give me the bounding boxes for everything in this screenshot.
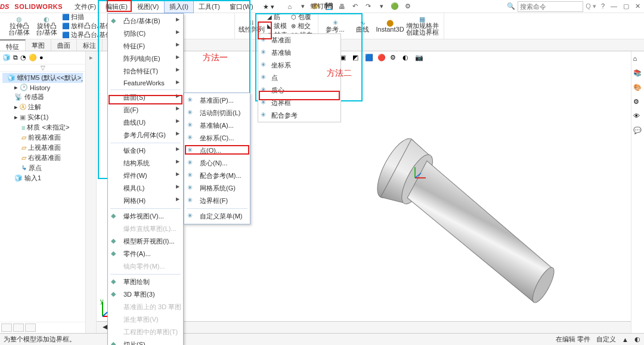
minimize-icon[interactable]: —: [611, 2, 617, 10]
tp-appearance-icon[interactable]: 🎨: [633, 84, 643, 93]
tree-top-plane[interactable]: ▱ 上视基准面: [2, 143, 83, 153]
tree-tab-display-icon[interactable]: ◔: [20, 54, 26, 61]
draft-button[interactable]: ◣ 拔模: [266, 22, 289, 30]
tab-surfaces[interactable]: 曲面: [51, 39, 77, 51]
menu-item[interactable]: 面(F): [108, 104, 183, 116]
menu-item[interactable]: ◆凸台/基体(B): [108, 15, 183, 27]
tree-history[interactable]: ▸ 🕑 History: [2, 83, 83, 92]
close-icon[interactable]: ✕: [635, 2, 640, 10]
boundary-button[interactable]: 🟦 边界凸台/基体: [61, 31, 113, 39]
tp-library-icon[interactable]: 📚: [633, 69, 643, 79]
tree-annotations[interactable]: ▸ Ⓐ 注解: [2, 102, 83, 112]
redo-icon[interactable]: ↷: [364, 2, 373, 11]
tree-material[interactable]: ≡ 材质 <未指定>: [2, 122, 83, 133]
menu-item[interactable]: 模具(L): [108, 182, 183, 195]
submenu-item[interactable]: ✳质心(N)...: [184, 157, 250, 170]
menu-item[interactable]: 扣合特征(T): [108, 65, 183, 78]
status-units-icon[interactable]: ◐: [634, 335, 640, 343]
menu-item[interactable]: 阵列/镜向(E): [108, 53, 183, 65]
menu-item[interactable]: ◆切片(S)...: [108, 338, 183, 345]
tree-tab-sensor-icon[interactable]: ●: [39, 54, 44, 61]
menu-item[interactable]: 曲线(U): [108, 116, 183, 129]
tp-view-icon[interactable]: 👁: [633, 112, 643, 122]
curves-button[interactable]: ∿曲线: [349, 14, 376, 38]
menu-item[interactable]: 网格(H): [108, 195, 183, 207]
rebuild-icon[interactable]: 🟢: [390, 2, 400, 11]
sweep-button[interactable]: 🟦 扫描: [61, 13, 113, 21]
submenu-item[interactable]: ✳活动剖切面(L): [184, 107, 250, 119]
menu-item[interactable]: FeatureWorks: [108, 78, 183, 88]
submenu-item[interactable]: ✳基准轴(A)...: [184, 119, 250, 132]
ref-geometry-submenu[interactable]: ✳基准面(P)...✳活动剖切面(L)✳基准轴(A)...✳坐标系(C)...✳…: [184, 93, 250, 224]
tree-root[interactable]: 🧊螺钉M5 (默认<<默认>_显示状态 1: [2, 73, 83, 83]
ref-panel-item[interactable]: ✳质心: [258, 84, 340, 97]
display-style-icon[interactable]: ▣: [340, 54, 351, 63]
submenu-item[interactable]: ✳坐标系(C)...: [184, 132, 250, 144]
menu-item[interactable]: ◆模型断开视图(I)...: [108, 235, 183, 248]
zebra-icon[interactable]: ◐: [402, 54, 413, 63]
undo-icon[interactable]: ↶: [351, 2, 360, 11]
tab-sketch[interactable]: 草图: [26, 39, 51, 51]
tree-tab-config-icon[interactable]: ⧉: [13, 54, 18, 61]
print-icon[interactable]: 🖶: [338, 2, 347, 11]
splitter[interactable]: ▸: [86, 51, 97, 333]
menu-insert[interactable]: 插入(I): [164, 0, 194, 13]
scroll-left-icon[interactable]: [1, 324, 12, 332]
add-spec-bbox-button[interactable]: ▦增加规格并 创建边界框: [404, 14, 440, 38]
submenu-item[interactable]: ✳网格系统(G): [184, 182, 250, 195]
menu-item[interactable]: 切除(C): [108, 27, 183, 40]
tree-solids[interactable]: ▸ ▣ 实体(1): [2, 112, 83, 122]
ref-panel-item[interactable]: ✳边界框: [258, 97, 340, 109]
search-input[interactable]: [518, 1, 583, 12]
tree-right-plane[interactable]: ▱ 右视基准面: [2, 153, 83, 163]
menu-tools[interactable]: 工具(T): [194, 0, 225, 13]
menu-item[interactable]: ◆草图绘制: [108, 276, 183, 288]
instant3d-button[interactable]: ⬤Instant3D: [377, 14, 403, 38]
menu-file[interactable]: 文件(F): [70, 0, 101, 13]
new-icon[interactable]: ▾: [298, 2, 308, 11]
tab-annotate[interactable]: 标注: [77, 39, 103, 51]
extrude-boss-button[interactable]: ◍拉伸凸 台/基体: [6, 14, 32, 38]
loft-button[interactable]: 🟦 放样凸台/基体: [61, 22, 113, 30]
intersect-button[interactable]: ⊗ 相交: [290, 22, 314, 30]
menu-item[interactable]: 参考几何体(G): [108, 129, 183, 141]
view-settings-icon[interactable]: ⚙: [390, 54, 401, 63]
tp-forum-icon[interactable]: 💬: [633, 127, 643, 136]
scene-icon[interactable]: 🟦: [365, 54, 376, 63]
rib-button[interactable]: ◢ 筋: [266, 13, 289, 21]
menu-item[interactable]: ◆3D 草图(3): [108, 288, 183, 301]
home-icon[interactable]: ⌂: [285, 2, 295, 11]
menu-item[interactable]: 焊件(W): [108, 170, 183, 182]
revolve-boss-button[interactable]: ◐旋转凸 台/基体: [33, 14, 60, 38]
select-icon[interactable]: ▾: [377, 2, 386, 11]
options-icon[interactable]: ⚙: [403, 2, 413, 11]
menu-item[interactable]: 曲面(S): [108, 91, 183, 104]
tp-custom-icon[interactable]: ⚙: [633, 98, 643, 107]
menu-item[interactable]: ◆零件(A)...: [108, 248, 183, 260]
status-mmgs-icon[interactable]: ▲: [622, 336, 628, 343]
insert-menu[interactable]: ◆凸台/基体(B)切除(C)特征(F)阵列/镜向(E)扣合特征(T)Featur…: [107, 13, 184, 345]
submenu-item[interactable]: ✳自定义菜单(M): [184, 210, 250, 223]
tree-import1[interactable]: 🧊 输入1: [2, 173, 83, 183]
menu-help[interactable]: ★ ▾: [258, 0, 279, 13]
appearance-icon[interactable]: 🔴: [377, 54, 388, 63]
wrap-button[interactable]: ⬡ 包覆: [290, 13, 314, 21]
menu-view[interactable]: 视图(V): [132, 0, 164, 13]
tp-home-icon[interactable]: ⌂: [633, 55, 643, 64]
submenu-item[interactable]: ✳边界框(F): [184, 195, 250, 207]
ref-panel-item[interactable]: ✳基准轴: [258, 47, 340, 59]
section-view-icon[interactable]: ◩: [352, 54, 363, 63]
scroll-handle[interactable]: [25, 324, 36, 332]
help-icon[interactable]: ?: [601, 2, 605, 10]
tab-features[interactable]: 特征: [0, 39, 26, 51]
tree-sensors[interactable]: 📡 传感器: [2, 92, 83, 102]
menu-edit[interactable]: 编辑(E): [101, 0, 132, 13]
scroll-right-icon[interactable]: [13, 324, 24, 332]
menu-item[interactable]: ◆爆炸视图(V)...: [108, 210, 183, 223]
menu-window[interactable]: 窗口(W): [225, 0, 258, 13]
ref-panel-item[interactable]: ✳配合参考: [258, 109, 340, 122]
menu-item[interactable]: 结构系统: [108, 157, 183, 170]
camera-icon[interactable]: 📷: [415, 54, 426, 63]
submenu-item[interactable]: ✳配合参考(M)...: [184, 170, 250, 182]
menu-item[interactable]: 钣金(H): [108, 144, 183, 157]
